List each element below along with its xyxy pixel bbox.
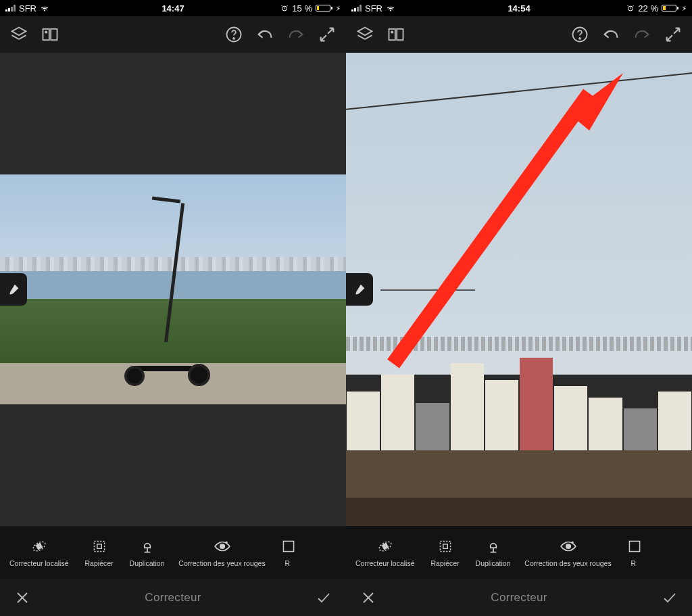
battery-pct: 22 % xyxy=(638,3,658,14)
clock: 14:54 xyxy=(508,3,530,14)
status-bar: SFR 14:54 22 % ⚡︎ xyxy=(346,0,692,16)
fullscreen-button[interactable] xyxy=(662,24,684,45)
carrier-label: SFR xyxy=(365,3,382,14)
battery-pct: 15 % xyxy=(292,3,312,14)
compare-button[interactable] xyxy=(39,24,61,45)
undo-button[interactable] xyxy=(600,24,622,45)
wifi-icon xyxy=(40,3,49,13)
tool-clone[interactable]: Duplication xyxy=(123,535,172,570)
tool-spot-heal[interactable]: Correcteur localisé xyxy=(349,535,422,570)
charging-icon: ⚡︎ xyxy=(336,5,341,12)
help-button[interactable] xyxy=(569,24,591,45)
svg-rect-22 xyxy=(382,544,388,550)
svg-rect-11 xyxy=(283,541,293,551)
tool-redeye[interactable]: Correction des yeux rouges xyxy=(172,535,273,570)
svg-rect-3 xyxy=(51,29,57,40)
redo-button[interactable] xyxy=(631,24,653,45)
cancel-button[interactable] xyxy=(358,588,378,608)
mode-title: Correcteur xyxy=(145,591,201,605)
layers-button[interactable] xyxy=(8,24,30,45)
tool-strip: Correcteur localisé Rapiécer Duplication… xyxy=(0,526,346,579)
phone-screen-left: SFR 14:47 15 % ⚡︎ xyxy=(0,0,346,616)
svg-point-16 xyxy=(391,31,393,32)
battery-icon xyxy=(662,5,678,11)
carrier-label: SFR xyxy=(19,3,36,14)
svg-rect-15 xyxy=(397,29,403,40)
tool-redeye[interactable]: Correction des yeux rouges xyxy=(518,535,619,570)
svg-rect-25 xyxy=(629,541,639,551)
svg-point-10 xyxy=(220,544,224,549)
tool-spot-heal[interactable]: Correcteur localisé xyxy=(3,535,76,570)
confirm-button[interactable] xyxy=(314,588,334,608)
top-toolbar xyxy=(0,16,346,53)
svg-rect-23 xyxy=(440,541,450,551)
canvas-area[interactable] xyxy=(346,53,692,526)
mode-title: Correcteur xyxy=(491,591,547,605)
svg-point-0 xyxy=(44,10,45,11)
brush-toggle[interactable] xyxy=(0,273,27,306)
svg-point-6 xyxy=(233,38,234,39)
photo-preview xyxy=(346,53,692,526)
alarm-icon xyxy=(626,4,635,12)
svg-rect-9 xyxy=(94,541,104,551)
tool-patch[interactable]: Rapiécer xyxy=(422,535,469,570)
layers-button[interactable] xyxy=(354,24,376,45)
undo-button[interactable] xyxy=(254,24,276,45)
bottom-bar: Correcteur xyxy=(0,579,346,616)
alarm-icon xyxy=(280,4,289,12)
photo-preview xyxy=(0,174,346,404)
wifi-icon xyxy=(386,3,395,13)
svg-point-4 xyxy=(45,31,47,32)
tool-clone[interactable]: Duplication xyxy=(469,535,518,570)
tool-patch[interactable]: Rapiécer xyxy=(76,535,123,570)
brush-toggle[interactable] xyxy=(346,273,373,306)
clock: 14:47 xyxy=(162,3,184,14)
tool-next-cut[interactable]: R xyxy=(619,535,643,570)
help-button[interactable] xyxy=(223,24,245,45)
tool-strip: Correcteur localisé Rapiécer Duplication… xyxy=(346,526,692,579)
phone-screen-right: SFR 14:54 22 % ⚡︎ xyxy=(346,0,692,616)
svg-rect-2 xyxy=(43,29,49,40)
redo-button[interactable] xyxy=(285,24,307,45)
bottom-bar: Correcteur xyxy=(346,579,692,616)
charging-icon: ⚡︎ xyxy=(682,5,687,12)
battery-icon xyxy=(316,5,332,11)
confirm-button[interactable] xyxy=(660,588,680,608)
svg-point-12 xyxy=(390,10,391,11)
signal-icon xyxy=(5,5,16,11)
top-toolbar xyxy=(346,16,692,53)
cancel-button[interactable] xyxy=(12,588,32,608)
status-bar: SFR 14:47 15 % ⚡︎ xyxy=(0,0,346,16)
svg-point-18 xyxy=(579,38,580,39)
fullscreen-button[interactable] xyxy=(316,24,338,45)
tool-next-cut[interactable]: R xyxy=(273,535,297,570)
svg-rect-14 xyxy=(389,29,395,40)
signal-icon xyxy=(351,5,362,11)
svg-point-24 xyxy=(566,544,570,549)
compare-button[interactable] xyxy=(385,24,407,45)
svg-rect-8 xyxy=(36,544,42,550)
canvas-area[interactable] xyxy=(0,53,346,526)
